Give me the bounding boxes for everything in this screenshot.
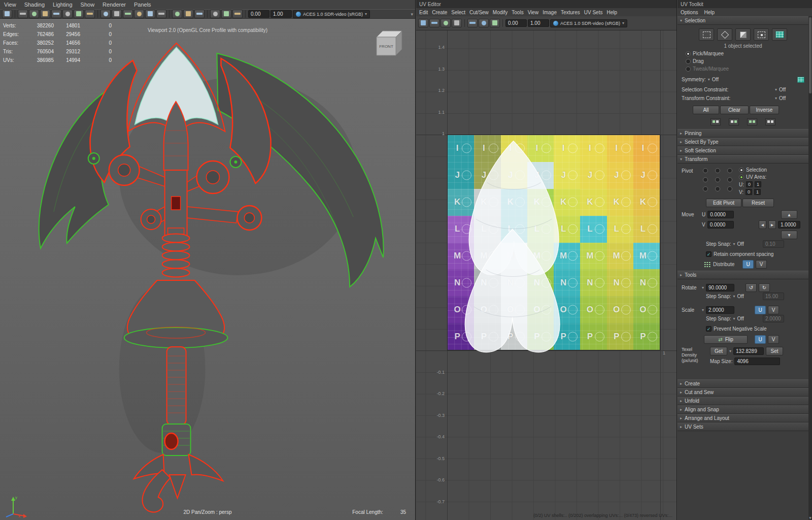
snap-plane-icon[interactable] bbox=[134, 10, 144, 18]
edit-pivot-button[interactable]: Edit Pivot bbox=[706, 199, 741, 207]
exposure-field[interactable]: 0.00 bbox=[248, 10, 269, 18]
section-create[interactable]: ▸Create bbox=[678, 379, 808, 388]
scale-tool-icon[interactable] bbox=[74, 10, 84, 18]
nudge-up-button[interactable]: ▴ bbox=[781, 210, 797, 219]
weapon-model[interactable] bbox=[0, 19, 415, 520]
section-align-and-snap[interactable]: ▸Align and Snap bbox=[678, 405, 808, 414]
uv-canvas[interactable]: IIIIIIIIJJJJJJJJKKKKKKKKLLLLLLLLMMMMMMMM… bbox=[416, 30, 676, 520]
uv-menu-image[interactable]: Image bbox=[543, 10, 557, 15]
toolkit-scrollbar[interactable]: ▼ bbox=[808, 16, 812, 520]
scale-u-button[interactable]: U bbox=[755, 306, 766, 314]
uv-menu-view[interactable]: View bbox=[528, 10, 539, 15]
transform-constraint-value[interactable]: Off bbox=[779, 95, 804, 101]
select-face-icon[interactable] bbox=[735, 28, 751, 41]
pivot-position-radio[interactable] bbox=[727, 168, 732, 173]
gamma-field[interactable]: 1.00 bbox=[270, 10, 292, 18]
uv-menu-uv-sets[interactable]: UV Sets bbox=[584, 10, 603, 15]
isolate-select-icon[interactable] bbox=[467, 19, 478, 27]
nudge-down-button[interactable]: ▾ bbox=[781, 231, 797, 239]
uv-texture-toggle-icon[interactable] bbox=[418, 19, 428, 27]
view-transform-dropdown[interactable]: ACES 1.0 SDR-video (sRGB) ▾ bbox=[293, 10, 370, 18]
dim-image-icon[interactable] bbox=[479, 19, 489, 27]
u-max-field[interactable]: 1 bbox=[755, 181, 761, 187]
chevron-down-icon[interactable]: ▾ bbox=[702, 285, 704, 290]
symmetry-grid-icon[interactable] bbox=[797, 77, 804, 83]
retain-spacing-row[interactable]: ✓ Retain component spacing bbox=[678, 250, 808, 258]
panel-menu-icon[interactable] bbox=[2, 10, 12, 18]
prevent-negative-scale-checkbox[interactable]: ✓ bbox=[706, 326, 712, 332]
v-min-field[interactable]: 0 bbox=[746, 189, 752, 195]
snap-grid-icon[interactable] bbox=[100, 10, 111, 18]
symmetry-value[interactable]: Off bbox=[712, 77, 719, 82]
viewport-menu-panels[interactable]: Panels bbox=[134, 2, 151, 8]
selection-constraint-value[interactable]: Off bbox=[779, 87, 804, 92]
select-all-button[interactable]: All bbox=[693, 106, 719, 114]
uv-view-transform-dropdown[interactable]: ACES 1.0 SDR-video (sRGB) ▾ bbox=[550, 19, 627, 27]
map-size-field[interactable]: 4096 bbox=[734, 358, 780, 365]
reset-pivot-button[interactable]: Reset bbox=[742, 199, 774, 207]
grid-display-icon[interactable] bbox=[490, 19, 500, 27]
lasso-select-icon[interactable] bbox=[29, 10, 39, 18]
paint-select-icon[interactable] bbox=[40, 10, 50, 18]
select-border-icon[interactable] bbox=[747, 118, 757, 125]
scale-v-button[interactable]: V bbox=[768, 306, 779, 314]
nudge-left-button[interactable]: ◂ bbox=[759, 220, 766, 229]
viewport-menu-lighting[interactable]: Lighting bbox=[53, 2, 73, 8]
scale-step-snap-value[interactable]: Off bbox=[737, 316, 744, 321]
rotate-cw-icon[interactable]: ↻ bbox=[759, 283, 770, 292]
section-soft-selection[interactable]: ▸Soft Selection bbox=[678, 146, 808, 155]
pivot-position-radio[interactable] bbox=[703, 168, 708, 173]
move-step-snap-value[interactable]: Off bbox=[737, 241, 744, 247]
distribute-u-button[interactable]: U bbox=[742, 260, 754, 269]
pivot-mode-uv-area[interactable]: UV Area: bbox=[739, 174, 767, 180]
section-unfold[interactable]: ▸Unfold bbox=[678, 397, 808, 405]
radio-icon[interactable] bbox=[739, 175, 744, 180]
grow-selection-icon[interactable] bbox=[710, 118, 721, 125]
shrink-selection-icon[interactable] bbox=[729, 118, 739, 125]
radio-icon[interactable] bbox=[686, 59, 691, 64]
radio-icon[interactable] bbox=[686, 51, 691, 56]
chevron-down-icon[interactable]: ▾ bbox=[733, 316, 735, 321]
pivot-position-radio[interactable] bbox=[715, 186, 720, 191]
render-settings-icon[interactable] bbox=[194, 10, 205, 18]
ipr-render-icon[interactable] bbox=[183, 10, 193, 18]
pivot-position-radio[interactable] bbox=[715, 177, 720, 182]
uv-gamma-field[interactable]: 1.00 bbox=[528, 19, 549, 27]
pivot-position-radio[interactable] bbox=[715, 168, 720, 173]
nudge-right-button[interactable]: ▸ bbox=[768, 220, 776, 229]
uv-menu-modify[interactable]: Modify bbox=[493, 10, 507, 15]
section-tools[interactable]: ▸ Tools bbox=[678, 271, 808, 279]
chevron-down-icon[interactable]: ▾ bbox=[702, 308, 704, 312]
rotate-ccw-icon[interactable]: ↺ bbox=[746, 283, 757, 292]
radio-option-pick-marquee[interactable]: Pick/Marquee bbox=[678, 50, 808, 57]
viewport-menu-view[interactable]: View bbox=[4, 2, 16, 8]
last-tool-icon[interactable] bbox=[85, 10, 95, 18]
select-contiguous-icon[interactable] bbox=[765, 118, 775, 125]
section-cut-and-sew[interactable]: ▸Cut and Sew bbox=[678, 388, 808, 397]
render-icon[interactable] bbox=[172, 10, 182, 18]
radio-icon[interactable] bbox=[739, 168, 744, 173]
u-min-field[interactable]: 0 bbox=[746, 181, 753, 187]
view-cube[interactable]: FRONT bbox=[370, 26, 404, 59]
prevent-negative-scale-row[interactable]: ✓ Prevent Negative Scale bbox=[678, 324, 808, 333]
set-texel-density-button[interactable]: Set bbox=[766, 347, 783, 355]
construction-history-icon[interactable] bbox=[156, 10, 166, 18]
distribute-v-button[interactable]: V bbox=[756, 260, 767, 269]
viewport-menu-renderer[interactable]: Renderer bbox=[103, 2, 126, 8]
bottom-hook[interactable] bbox=[142, 470, 170, 512]
screen-space-ao-icon[interactable] bbox=[232, 10, 243, 18]
flip-button[interactable]: ⇄ Flip bbox=[704, 335, 748, 344]
viewport-menu-show[interactable]: Show bbox=[81, 2, 95, 8]
chevron-down-icon[interactable]: ▾ bbox=[775, 96, 777, 101]
uv-exposure-field[interactable]: 0.00 bbox=[505, 19, 527, 27]
uv-menu-textures[interactable]: Textures bbox=[561, 10, 580, 15]
uv-menu-create[interactable]: Create bbox=[432, 10, 447, 15]
section-pinning[interactable]: ▸Pinning bbox=[678, 129, 808, 138]
texel-density-field[interactable]: 132.8289 bbox=[733, 347, 764, 355]
select-vertex-icon[interactable] bbox=[754, 28, 769, 41]
uv-shell-border-icon[interactable] bbox=[452, 19, 462, 27]
section-select-by-type[interactable]: ▸Select By Type bbox=[678, 138, 808, 146]
pivot-position-radio[interactable] bbox=[727, 177, 732, 182]
make-live-icon[interactable] bbox=[145, 10, 155, 18]
get-texel-density-button[interactable]: Get bbox=[710, 347, 727, 355]
